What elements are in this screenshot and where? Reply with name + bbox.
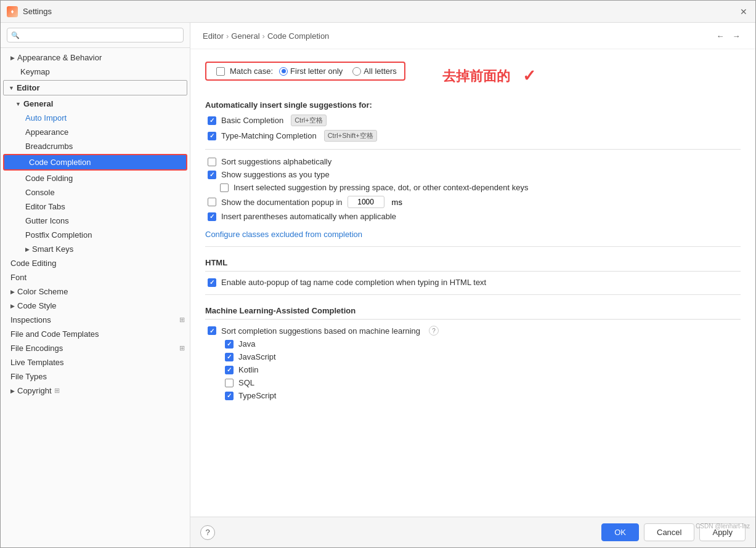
- sidebar-label: File Types: [10, 372, 47, 381]
- title-bar-left: ♦ Settings: [7, 6, 52, 17]
- sidebar-item-inspections[interactable]: Inspections ⊞: [1, 313, 190, 327]
- sidebar-item-file-types[interactable]: File Types: [1, 369, 190, 384]
- match-case-label: Match case:: [230, 66, 273, 76]
- sidebar-item-auto-import[interactable]: Auto Import: [1, 111, 190, 125]
- annotation-chinese: 去掉前面的: [442, 67, 510, 86]
- help-button[interactable]: ?: [200, 525, 215, 540]
- sidebar-item-code-completion[interactable]: Code Completion: [3, 154, 187, 171]
- breadcrumb-editor: Editor: [203, 31, 224, 41]
- ml-kotlin-checkbox[interactable]: [225, 366, 234, 374]
- search-icon: 🔍: [11, 31, 20, 39]
- sidebar-item-console[interactable]: Console: [1, 185, 190, 199]
- ml-typescript-item: TypeScript: [205, 391, 741, 400]
- html-section-title: HTML: [205, 258, 741, 272]
- configure-classes-link[interactable]: Configure classes excluded from completi…: [205, 230, 362, 239]
- sidebar-label: Gutter Icons: [25, 216, 69, 225]
- insert-by-space-checkbox[interactable]: [220, 183, 229, 192]
- sidebar-label: Appearance: [25, 127, 68, 137]
- sidebar-label: Color Scheme: [17, 287, 68, 296]
- sidebar-label: Auto Import: [25, 113, 67, 123]
- show-doc-popup-checkbox[interactable]: [208, 198, 216, 206]
- expand-icon: ▼: [15, 101, 21, 107]
- radio-all-letters-input[interactable]: [352, 67, 361, 76]
- sidebar-label: Breadcrumbs: [25, 142, 73, 151]
- sidebar-item-code-editing[interactable]: Code Editing: [1, 256, 190, 270]
- sidebar-label: File and Code Templates: [10, 329, 99, 339]
- breadcrumb-code-completion: Code Completion: [267, 31, 329, 41]
- sidebar-item-appearance[interactable]: Appearance: [1, 125, 190, 139]
- sidebar-item-code-folding[interactable]: Code Folding: [1, 171, 190, 185]
- external-icon: ⊞: [54, 387, 60, 395]
- nav-back-button[interactable]: ←: [713, 29, 727, 42]
- sidebar-item-font[interactable]: Font: [1, 270, 190, 284]
- close-button[interactable]: ✕: [738, 6, 749, 17]
- radio-first-letter-input[interactable]: [279, 67, 288, 76]
- title-bar: ♦ Settings ✕: [1, 1, 755, 23]
- sidebar-item-breadcrumbs[interactable]: Breadcrumbs: [1, 139, 190, 153]
- content-area: 🔍 ▶ Appearance & Behavior Keymap ▼: [1, 23, 755, 547]
- nav-forward-button[interactable]: →: [730, 29, 743, 42]
- settings-content: Match case: First letter only All letter…: [190, 49, 755, 517]
- ml-java-item: Java: [205, 339, 741, 349]
- sidebar-item-smart-keys[interactable]: ▶ Smart Keys: [1, 242, 190, 256]
- ml-java-checkbox[interactable]: [225, 340, 234, 349]
- sidebar-item-copyright[interactable]: ▶ Copyright ⊞: [1, 384, 190, 398]
- ml-sort-checkbox[interactable]: [208, 326, 216, 335]
- ml-javascript-checkbox[interactable]: [225, 353, 234, 361]
- sidebar-tree: ▶ Appearance & Behavior Keymap ▼ Editor …: [1, 48, 190, 547]
- sidebar-label: Code Editing: [10, 259, 56, 268]
- sidebar-item-live-templates[interactable]: Live Templates: [1, 355, 190, 369]
- expand-icon: ▶: [10, 303, 15, 309]
- sidebar-label: File Encodings: [10, 344, 63, 353]
- ml-sql-checkbox[interactable]: [225, 379, 234, 387]
- sort-alphabetically-item: Sort suggestions alphabetically: [205, 157, 741, 166]
- ok-button[interactable]: OK: [601, 523, 639, 541]
- radio-first-letter-label: First letter only: [290, 66, 343, 76]
- search-container: 🔍: [7, 28, 184, 42]
- type-matching-label: Type-Matching Completion: [221, 131, 317, 140]
- basic-completion-label: Basic Completion: [221, 116, 283, 125]
- sidebar-item-editor[interactable]: ▼ Editor: [3, 80, 187, 95]
- insert-parens-item: Insert parentheses automatically when ap…: [205, 212, 741, 221]
- ml-javascript-item: JavaScript: [205, 352, 741, 361]
- sidebar-item-appearance-behavior[interactable]: ▶ Appearance & Behavior: [1, 50, 190, 65]
- sidebar-item-postfix-completion[interactable]: Postfix Completion: [1, 228, 190, 242]
- sidebar-item-keymap[interactable]: Keymap: [1, 65, 190, 79]
- sidebar-label: Appearance & Behavior: [17, 53, 102, 62]
- match-case-box: Match case: First letter only All letter…: [205, 62, 405, 81]
- match-case-checkbox[interactable]: [216, 67, 225, 76]
- sidebar-item-color-scheme[interactable]: ▶ Color Scheme: [1, 284, 190, 299]
- sidebar-item-gutter-icons[interactable]: Gutter Icons: [1, 214, 190, 228]
- ml-typescript-checkbox[interactable]: [225, 392, 234, 400]
- insert-by-space-label: Insert selected suggestion by pressing s…: [234, 183, 528, 192]
- sidebar-item-editor-tabs[interactable]: Editor Tabs: [1, 199, 190, 214]
- sort-alphabetically-checkbox[interactable]: [208, 158, 216, 166]
- sidebar-item-general[interactable]: ▼ General: [1, 97, 190, 111]
- show-suggestions-checkbox[interactable]: [208, 171, 216, 179]
- html-enable-checkbox[interactable]: [208, 278, 216, 287]
- search-input[interactable]: [7, 28, 184, 42]
- sidebar-item-file-encodings[interactable]: File Encodings ⊞: [1, 341, 190, 355]
- match-case-checkbox-item: Match case:: [214, 66, 273, 76]
- radio-all-letters[interactable]: All letters: [352, 66, 396, 76]
- radio-first-letter[interactable]: First letter only: [279, 66, 343, 76]
- sidebar-item-code-style[interactable]: ▶ Code Style: [1, 299, 190, 313]
- external-icon: ⊞: [179, 344, 185, 352]
- basic-completion-checkbox[interactable]: [208, 116, 216, 125]
- search-bar: 🔍: [1, 23, 190, 48]
- cancel-button[interactable]: Cancel: [644, 523, 694, 541]
- sidebar-item-file-code-templates[interactable]: File and Code Templates: [1, 327, 190, 341]
- breadcrumb-bar: Editor › General › Code Completion ← →: [190, 23, 755, 49]
- doc-popup-value-input[interactable]: [348, 196, 384, 208]
- insert-parens-checkbox[interactable]: [208, 212, 216, 221]
- expand-icon: ▶: [25, 246, 30, 252]
- type-matching-checkbox[interactable]: [208, 132, 216, 140]
- sidebar-label: Code Style: [17, 301, 57, 310]
- expand-icon: ▼: [9, 85, 14, 91]
- insert-parens-label: Insert parentheses automatically when ap…: [221, 212, 396, 221]
- sort-alphabetically-label: Sort suggestions alphabetically: [221, 157, 331, 166]
- sidebar-label: Smart Keys: [32, 244, 73, 254]
- radio-group-match-case: First letter only All letters: [279, 66, 397, 76]
- basic-completion-item: Basic Completion Ctrl+空格: [205, 115, 741, 126]
- ml-help-icon[interactable]: ?: [429, 326, 439, 336]
